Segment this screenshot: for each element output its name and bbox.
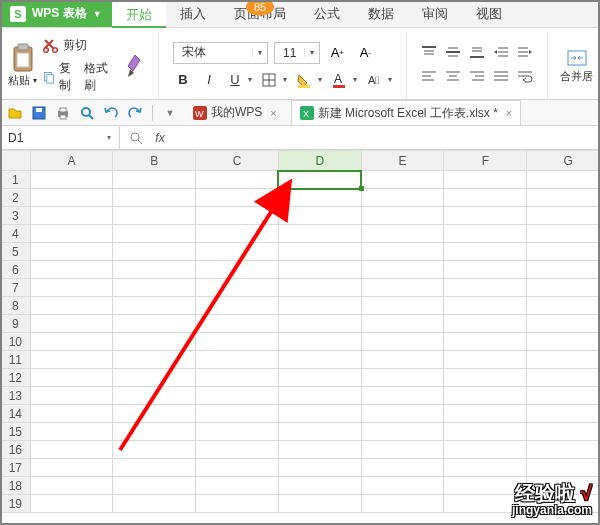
cell[interactable]: [527, 189, 600, 207]
cell[interactable]: [278, 315, 361, 333]
cell[interactable]: [113, 243, 196, 261]
col-header-selected[interactable]: D: [278, 151, 361, 171]
tab-data[interactable]: 数据: [354, 0, 408, 27]
cell[interactable]: [527, 387, 600, 405]
cell[interactable]: [30, 405, 113, 423]
row-header[interactable]: 13: [1, 387, 31, 405]
cell[interactable]: [113, 369, 196, 387]
cell[interactable]: [361, 405, 444, 423]
row-header[interactable]: 19: [1, 495, 31, 513]
cell[interactable]: [361, 243, 444, 261]
format-painter-button[interactable]: [119, 53, 152, 79]
cell[interactable]: [196, 261, 279, 279]
cell[interactable]: [30, 315, 113, 333]
cell[interactable]: [30, 243, 113, 261]
align-bottom-button[interactable]: [469, 45, 485, 63]
font-color-button[interactable]: A: [328, 70, 350, 90]
decrease-font-button[interactable]: A-: [354, 43, 376, 63]
cell[interactable]: [527, 297, 600, 315]
redo-button[interactable]: [126, 104, 144, 122]
merge-center-button[interactable]: 合并居: [554, 47, 599, 84]
fx-label[interactable]: fx: [152, 130, 168, 146]
cell[interactable]: [278, 261, 361, 279]
cell[interactable]: [196, 315, 279, 333]
cell[interactable]: [361, 351, 444, 369]
cell[interactable]: [196, 387, 279, 405]
cell[interactable]: [361, 297, 444, 315]
row-header[interactable]: 3: [1, 207, 31, 225]
cell[interactable]: [278, 369, 361, 387]
row-header[interactable]: 14: [1, 405, 31, 423]
update-badge[interactable]: 85: [245, 0, 275, 19]
row-header[interactable]: 10: [1, 333, 31, 351]
align-top-button[interactable]: [421, 45, 437, 63]
cell[interactable]: [196, 171, 279, 189]
row-header[interactable]: 7: [1, 279, 31, 297]
row-header[interactable]: 16: [1, 441, 31, 459]
tab-insert[interactable]: 插入: [166, 0, 220, 27]
cell[interactable]: [30, 261, 113, 279]
cell[interactable]: [278, 459, 361, 477]
cell[interactable]: [196, 243, 279, 261]
close-icon[interactable]: ×: [506, 107, 512, 119]
cell[interactable]: [278, 477, 361, 495]
cell[interactable]: [527, 423, 600, 441]
cell[interactable]: [196, 441, 279, 459]
font-name-dropdown[interactable]: 宋体 ▾: [173, 42, 268, 64]
cell[interactable]: [444, 171, 527, 189]
cell[interactable]: [444, 351, 527, 369]
cell[interactable]: [278, 405, 361, 423]
open-button[interactable]: [6, 104, 24, 122]
cell[interactable]: [527, 405, 600, 423]
cell[interactable]: [444, 225, 527, 243]
cell[interactable]: [527, 207, 600, 225]
cell[interactable]: [196, 351, 279, 369]
tab-view[interactable]: 视图: [462, 0, 516, 27]
cell[interactable]: [278, 495, 361, 513]
cell[interactable]: [527, 171, 600, 189]
cell[interactable]: [444, 315, 527, 333]
cell[interactable]: [113, 297, 196, 315]
row-header[interactable]: 18: [1, 477, 31, 495]
font-size-dropdown[interactable]: 11 ▾: [274, 42, 320, 64]
cell[interactable]: [113, 171, 196, 189]
save-button[interactable]: [30, 104, 48, 122]
cell[interactable]: [361, 315, 444, 333]
cell[interactable]: [527, 459, 600, 477]
cell[interactable]: [278, 441, 361, 459]
cell[interactable]: [196, 333, 279, 351]
print-preview-button[interactable]: [78, 104, 96, 122]
cell[interactable]: [444, 459, 527, 477]
col-header[interactable]: C: [196, 151, 279, 171]
row-header[interactable]: 6: [1, 261, 31, 279]
cell[interactable]: [30, 459, 113, 477]
phonetic-button[interactable]: Aͣ: [363, 70, 385, 90]
align-center-button[interactable]: [445, 69, 461, 87]
borders-button[interactable]: [258, 70, 280, 90]
cell[interactable]: [113, 423, 196, 441]
bold-button[interactable]: B: [173, 72, 193, 87]
tab-formulas[interactable]: 公式: [300, 0, 354, 27]
cell[interactable]: [278, 351, 361, 369]
cell[interactable]: [30, 279, 113, 297]
cell[interactable]: [444, 387, 527, 405]
cell[interactable]: [361, 171, 444, 189]
cell[interactable]: [278, 387, 361, 405]
cut-button[interactable]: 剪切: [43, 37, 111, 54]
doc-tab-xlsx[interactable]: X 新建 Microsoft Excel 工作表.xlsx * ×: [291, 100, 521, 125]
cell[interactable]: [278, 279, 361, 297]
cell[interactable]: [444, 369, 527, 387]
cell[interactable]: [278, 171, 361, 189]
cell[interactable]: [196, 369, 279, 387]
decrease-indent-button[interactable]: [493, 45, 509, 63]
align-right-button[interactable]: [469, 69, 485, 87]
name-box[interactable]: D1 ▾: [0, 126, 120, 149]
app-brand[interactable]: S WPS 表格 ▼: [0, 0, 112, 27]
cell[interactable]: [113, 225, 196, 243]
doc-tab-mywps[interactable]: W 我的WPS ×: [185, 100, 285, 125]
cell[interactable]: [196, 405, 279, 423]
row-header[interactable]: 2: [1, 189, 31, 207]
cell[interactable]: [30, 333, 113, 351]
copy-button[interactable]: 复制 格式刷: [43, 60, 111, 94]
col-header[interactable]: G: [527, 151, 600, 171]
